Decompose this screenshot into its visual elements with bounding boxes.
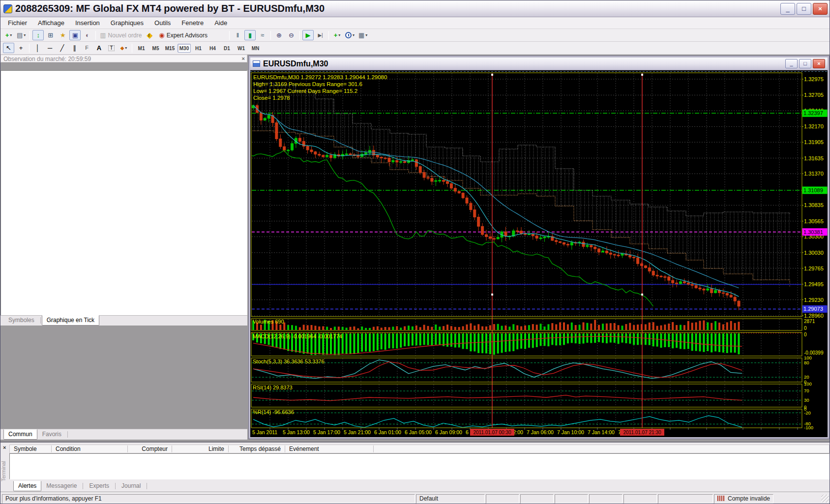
text-tool-button[interactable]: A (93, 43, 105, 53)
strategy-tester-button[interactable]: ◐ (82, 30, 93, 40)
line-chart-button[interactable]: ≈ (257, 30, 268, 40)
arrows-tool-button[interactable]: ◆▾ (118, 43, 129, 53)
new-chart-button[interactable]: +▾ (3, 30, 14, 40)
chart-close-button[interactable]: × (813, 59, 825, 68)
vertical-line-tool-button[interactable]: │ (32, 43, 43, 53)
zoom-in-button[interactable]: ⊕ (273, 30, 285, 40)
toolbar-separator (29, 44, 30, 53)
market-watch-button[interactable]: ↕ (32, 30, 44, 40)
auto-scroll-button[interactable]: ▶ (302, 30, 314, 40)
chart-minimize-button[interactable]: _ (785, 59, 798, 68)
svg-text:30: 30 (804, 397, 809, 403)
cursor-tool-button[interactable]: ↖ (3, 43, 14, 53)
close-icon[interactable]: × (3, 445, 6, 450)
timeframe-button-m1[interactable]: M1 (135, 44, 148, 53)
column-header-symbole[interactable]: Symbole (10, 445, 52, 452)
tab-symboles[interactable]: Symboles (3, 315, 39, 326)
expert-advisors-button[interactable]: ◉Expert Advisors (157, 30, 209, 40)
chevron-down-icon: ▾ (365, 33, 367, 37)
svg-text:1.32705: 1.32705 (804, 92, 824, 98)
templates-button[interactable]: ▦▾ (357, 30, 369, 40)
window-title: 2088265309: MF Global FX MT4 powered by … (15, 3, 325, 14)
candlestick-chart-button[interactable]: ▮ (244, 30, 256, 40)
menu-item-fichier[interactable]: Fichier (2, 18, 32, 28)
status-empty-cell (623, 494, 657, 504)
expert-advisors-icon: ◉ (159, 32, 164, 38)
chart-window-title: EURUSDmfu,M30 (263, 59, 328, 68)
profiles-button[interactable]: ▤▾ (15, 30, 27, 40)
toolbar-separator (229, 31, 230, 40)
terminal-tabs: AlertesMessagerieExpertsJournal (9, 479, 830, 491)
metaeditor-button[interactable]: ◆! (144, 30, 156, 40)
indicators-button[interactable]: +▾ (331, 30, 343, 40)
horizontal-line-tool-button[interactable]: ─ (44, 43, 56, 53)
terminal-button[interactable]: ▣ (69, 30, 81, 40)
menu-item-outils[interactable]: Outils (149, 18, 176, 28)
navigator-button[interactable]: ★ (57, 30, 68, 40)
column-header-condition[interactable]: Condition (52, 445, 128, 452)
svg-text:5 Jan 13:00: 5 Jan 13:00 (283, 429, 310, 435)
timeframe-button-w1[interactable]: W1 (235, 44, 248, 53)
tab-journal[interactable]: Journal (117, 481, 146, 491)
crosshair-tool-button[interactable]: + (15, 43, 27, 53)
resize-grip-icon[interactable] (821, 495, 829, 503)
periods-button[interactable]: ▾ (344, 30, 356, 40)
bar-chart-button[interactable]: ‖ (232, 30, 243, 40)
timeframe-button-m5[interactable]: M5 (149, 44, 162, 53)
menu-item-affichage[interactable]: Affichage (32, 18, 70, 28)
horizontal-line-icon: ─ (48, 45, 52, 51)
menu-item-insertion[interactable]: Insertion (70, 18, 105, 28)
menu-item-fenetre[interactable]: Fenetre (176, 18, 209, 28)
trendline-tool-button[interactable]: ╱ (57, 43, 68, 53)
status-profile-cell[interactable]: Default (416, 494, 485, 504)
chart-window-titlebar[interactable]: EURUSDmfu,M30 _ □ × (250, 58, 828, 70)
chart-shift-button[interactable]: ▶| (315, 30, 326, 40)
svg-text:-20: -20 (804, 410, 811, 415)
timeframe-button-m30[interactable]: M30 (178, 44, 191, 53)
line-chart-icon: ≈ (261, 32, 264, 38)
tab-experts[interactable]: Experts (84, 481, 114, 491)
tab-commun[interactable]: Commun (3, 429, 37, 440)
toolbar-separator (95, 31, 96, 40)
channel-icon: ∥ (73, 45, 76, 51)
zoom-out-button[interactable]: ⊖ (286, 30, 297, 40)
status-connection-cell[interactable]: Compte invalide (714, 494, 773, 504)
column-header-evénement[interactable]: Evénement (285, 445, 374, 452)
chart-canvas[interactable]: 1.329751.327051.324401.321701.319051.316… (250, 70, 828, 437)
timeframe-button-h1[interactable]: H1 (192, 44, 205, 53)
menu-item-aide[interactable]: Aide (209, 18, 233, 28)
cursor-icon: ↖ (6, 45, 11, 51)
timeframe-button-m15[interactable]: M15 (163, 44, 177, 53)
timeframe-button-h4[interactable]: H4 (206, 44, 219, 53)
minimize-button[interactable]: _ (780, 3, 795, 15)
column-header-temps-dépassé[interactable]: Temps dépassé (229, 445, 285, 452)
timeframe-button-d1[interactable]: D1 (220, 44, 234, 53)
svg-text:1.31089: 1.31089 (803, 187, 823, 193)
tab-graphique-en-tick[interactable]: Graphique en Tick (42, 315, 99, 326)
close-button[interactable]: × (813, 3, 828, 15)
tab-messagerie[interactable]: Messagerie (41, 481, 82, 491)
menu-item-graphiques[interactable]: Graphiques (105, 18, 149, 28)
tab-favoris[interactable]: Favoris (37, 429, 66, 440)
text-label-tool-button[interactable]: T (106, 43, 117, 53)
arrows-icon: ◆ (120, 46, 124, 51)
maximize-button[interactable]: □ (797, 3, 811, 15)
channel-tool-button[interactable]: ∥ (69, 43, 80, 53)
status-empty-cell (589, 494, 622, 504)
terminal-icon: ▣ (72, 32, 78, 38)
svg-text:1.30835: 1.30835 (804, 202, 824, 208)
timeframe-button-mn[interactable]: MN (249, 44, 262, 53)
data-window-button[interactable]: ⊞ (45, 30, 56, 40)
chart-maximize-button[interactable]: □ (799, 59, 811, 68)
column-header-limite[interactable]: Limite (172, 445, 229, 452)
tick-chart-area[interactable]: Attente de rafraîchissement (0, 70, 247, 323)
svg-text:1.31905: 1.31905 (804, 139, 824, 145)
column-header-compteur[interactable]: Compteur (128, 445, 172, 452)
new-order-button[interactable]: ▥Nouvel ordre (98, 30, 143, 40)
close-icon[interactable]: × (242, 56, 245, 61)
fibonacci-tool-button[interactable]: F (81, 43, 92, 53)
alerts-list-area[interactable] (9, 453, 830, 479)
connection-bars-icon (717, 496, 725, 501)
tab-alertes[interactable]: Alertes (13, 481, 41, 491)
bar-chart-icon: ‖ (237, 32, 239, 38)
